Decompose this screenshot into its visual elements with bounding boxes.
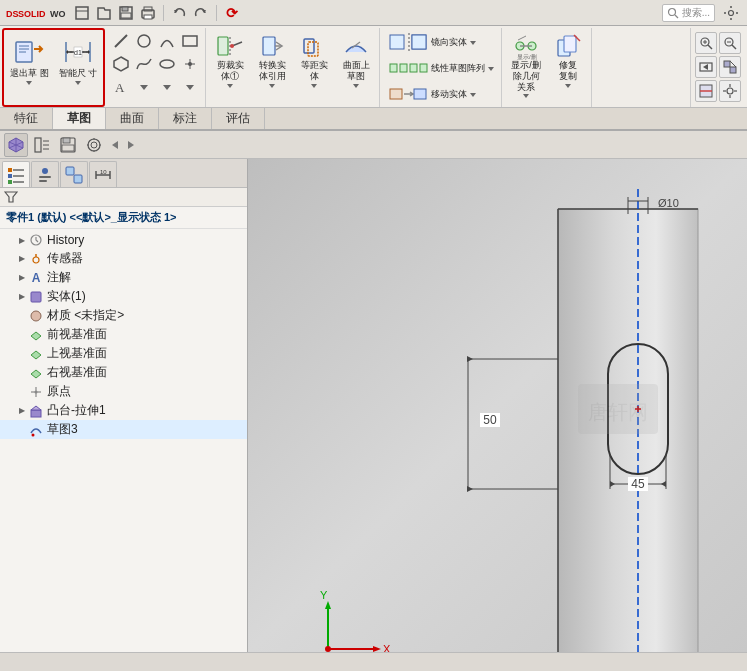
svg-point-125 [32, 433, 35, 436]
annotations-label: 注解 [47, 269, 71, 286]
ribbon-group-display: 显示/删 显示/删除几何关系 修复复制 [503, 28, 592, 107]
config-manager-tab[interactable] [60, 161, 88, 187]
linear-pattern-button[interactable]: 线性草图阵列 [385, 56, 497, 80]
help-search[interactable]: 搜索... [662, 4, 715, 22]
svg-point-122 [35, 390, 38, 393]
svg-line-68 [708, 45, 712, 49]
dim-45: 45 [631, 477, 645, 491]
tree-item-sensors[interactable]: ▶ 传感器 [0, 249, 247, 268]
property-manager-tab[interactable] [31, 161, 59, 187]
svg-rect-10 [144, 15, 152, 19]
svg-point-36 [160, 60, 174, 68]
ribbon-group-mirror: 镜向实体 线性草图阵列 [381, 28, 502, 107]
tree-item-material[interactable]: 材质 <未指定> [0, 306, 247, 325]
svg-rect-34 [183, 36, 197, 46]
circle-button[interactable] [133, 30, 155, 52]
save-small-button[interactable] [56, 133, 80, 157]
options-button[interactable] [721, 3, 741, 23]
dim-50: 50 [483, 413, 497, 427]
line-button[interactable] [110, 30, 132, 52]
svg-rect-94 [62, 145, 74, 151]
exit-sketch-button[interactable]: 退出草 图 [7, 34, 52, 87]
tree-item-top-plane[interactable]: 上视基准面 [0, 344, 247, 363]
svg-rect-53 [412, 35, 426, 49]
undo-button[interactable] [169, 3, 189, 23]
show-relations-button[interactable]: 显示/删 显示/删除几何关系 [507, 30, 545, 100]
show-relations-label: 显示/删除几何关系 [511, 60, 541, 92]
dim-expert-tab[interactable]: 10 [89, 161, 117, 187]
rect-button[interactable] [179, 30, 201, 52]
tab-markup[interactable]: 标注 [159, 108, 212, 129]
view-fit-button[interactable] [719, 32, 741, 54]
svg-point-18 [724, 12, 726, 14]
tab-surface[interactable]: 曲面 [106, 108, 159, 129]
rebuild-button[interactable]: ⟳ [222, 3, 242, 23]
mirror-button[interactable]: 镜向实体 [385, 30, 497, 54]
view-3d-button[interactable] [4, 133, 28, 157]
svg-text:WORKS: WORKS [50, 9, 66, 19]
view-zoom-button[interactable] [695, 32, 717, 54]
status-bar [0, 652, 747, 671]
spline-button[interactable] [133, 53, 155, 75]
svg-line-14 [675, 15, 678, 18]
tree-item-boss-extrude1[interactable]: ▶ 凸台-拉伸1 [0, 401, 247, 420]
svg-rect-48 [308, 42, 318, 56]
tree-item-solid-bodies[interactable]: ▶ 实体(1) [0, 287, 247, 306]
tree-item-front-plane[interactable]: 前视基准面 [0, 325, 247, 344]
tree-item-sketch3[interactable]: 草图3 [0, 420, 247, 439]
move-button[interactable]: 移动实体 [385, 82, 497, 106]
svg-rect-109 [66, 167, 74, 175]
trim-button[interactable]: 剪裁实体① [211, 30, 249, 90]
tab-sketch[interactable]: 草图 [53, 108, 106, 129]
move-label: 移动实体 [431, 88, 467, 101]
tab-feature[interactable]: 特征 [0, 108, 53, 129]
dim-diameter: Ø10 [658, 197, 679, 209]
new-button[interactable] [72, 3, 92, 23]
feature-manager-tab[interactable] [2, 161, 30, 187]
feature-panel: 10 零件1 (默认) <<默认>_显示状态 1> ▶ H [0, 159, 248, 652]
text-button[interactable]: A [110, 76, 132, 98]
view-section-button[interactable] [695, 80, 717, 102]
svg-rect-88 [35, 138, 41, 152]
view-orient-button[interactable] [719, 56, 741, 78]
smart-dim-button[interactable]: d1 智能尺 寸 [56, 34, 101, 87]
view-panel-button[interactable] [30, 133, 54, 157]
tree-item-history[interactable]: ▶ History [0, 231, 247, 249]
smart-dim-label: 智能尺 寸 [59, 68, 98, 79]
polygon-button[interactable] [110, 53, 132, 75]
down-arrow-1[interactable] [133, 76, 155, 98]
expand-panel[interactable] [108, 133, 122, 157]
svg-point-15 [729, 10, 734, 15]
target-button[interactable] [82, 133, 106, 157]
svg-rect-123 [31, 410, 41, 417]
top-bar: DS SOLID WORKS [0, 0, 747, 26]
tab-evaluate[interactable]: 评估 [212, 108, 265, 129]
svg-marker-101 [112, 141, 118, 149]
copy-button[interactable]: 修复复制 [549, 30, 587, 100]
svg-rect-59 [414, 89, 426, 99]
solidworks-logo: DS SOLID WORKS [6, 4, 66, 22]
save-button[interactable] [116, 3, 136, 23]
down-arrow-3[interactable] [179, 76, 201, 98]
convert-button[interactable]: 转换实体引用 [253, 30, 291, 90]
down-arrow-2[interactable] [156, 76, 178, 98]
tree-item-right-plane[interactable]: 右视基准面 [0, 363, 247, 382]
tree-item-origin[interactable]: 原点 [0, 382, 247, 401]
material-label: 材质 <未指定> [47, 307, 124, 324]
offset-button[interactable]: 等距实体 [295, 30, 333, 90]
svg-rect-118 [31, 292, 41, 302]
arc-button[interactable] [156, 30, 178, 52]
collapse-panel[interactable] [124, 133, 138, 157]
svg-text:d1: d1 [74, 49, 82, 56]
redo-button[interactable] [191, 3, 211, 23]
svg-marker-124 [31, 406, 41, 410]
view-prev-button[interactable] [695, 56, 717, 78]
view-settings-button[interactable] [719, 80, 741, 102]
svg-rect-50 [390, 35, 404, 49]
surface-button[interactable]: 曲面上草图 [337, 30, 375, 90]
ellipse-button[interactable] [156, 53, 178, 75]
tree-item-annotations[interactable]: ▶ A 注解 [0, 268, 247, 287]
point-button[interactable] [179, 53, 201, 75]
open-button[interactable] [94, 3, 114, 23]
print-button[interactable] [138, 3, 158, 23]
